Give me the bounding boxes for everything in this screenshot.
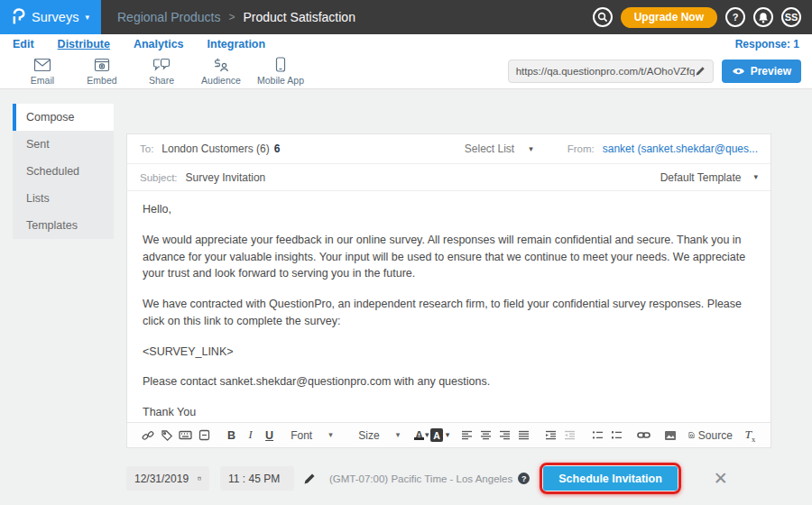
- breadcrumb: Regional Products > Product Satisfaction: [117, 10, 355, 24]
- numbered-list-button[interactable]: [607, 426, 626, 445]
- tab-distribute[interactable]: Distribute: [58, 38, 110, 50]
- justify-icon: [518, 430, 530, 440]
- pencil-icon: [303, 473, 316, 485]
- compose-card: To: London Customers (6) 6 Select List ▾…: [126, 133, 771, 448]
- chain-link-icon: [142, 429, 154, 442]
- survey-url-field[interactable]: https://qa.questionpro.com/t/AOhoVZfqml: [508, 60, 714, 83]
- align-left-button[interactable]: [457, 426, 476, 445]
- preview-button[interactable]: Preview: [722, 60, 801, 83]
- schedule-controls: 12/31/2019 11 : 45 PM (GMT-07:00) Pacifi…: [126, 463, 728, 494]
- distribute-item-label: Share: [149, 75, 174, 86]
- insert-field-button[interactable]: [176, 426, 195, 445]
- tab-analytics[interactable]: Analytics: [134, 38, 184, 50]
- upgrade-now-button[interactable]: Upgrade Now: [621, 7, 717, 28]
- from-sender-link[interactable]: sanket (sanket.shekdar@ques...: [603, 142, 758, 155]
- background-color-icon: A: [430, 428, 442, 442]
- font-select-label: Font: [291, 429, 312, 442]
- survey-nav-tabs: Edit Distribute Analytics Integration Re…: [0, 34, 812, 54]
- text-color-icon: A: [413, 429, 425, 442]
- font-family-select[interactable]: Font ▾: [287, 429, 346, 442]
- sidebar-item-compose[interactable]: Compose: [13, 104, 114, 131]
- to-recipient-count[interactable]: 6: [274, 142, 281, 155]
- select-list-dropdown[interactable]: Select List ▾: [465, 142, 533, 155]
- distribute-item-label: Email: [31, 75, 54, 86]
- align-left-icon: [461, 430, 473, 440]
- source-document-icon: [688, 429, 695, 441]
- font-size-select[interactable]: Size ▾: [355, 429, 403, 442]
- user-avatar[interactable]: SS: [781, 7, 801, 27]
- underline-button[interactable]: U: [260, 426, 279, 445]
- remove-format-button[interactable]: Tx: [741, 426, 760, 445]
- schedule-time-picker[interactable]: 11 : 45 PM: [220, 466, 294, 491]
- help-button[interactable]: ?: [725, 7, 745, 27]
- merge-tag-button[interactable]: [157, 426, 176, 445]
- mobile-app-icon: [275, 57, 286, 72]
- insert-survey-link-button[interactable]: [138, 426, 157, 445]
- schedule-invitation-button[interactable]: Schedule Invitation: [543, 466, 678, 491]
- timezone-help-button[interactable]: ?: [518, 473, 530, 484]
- to-recipient-list[interactable]: London Customers (6): [161, 142, 269, 155]
- text-color-button[interactable]: A ▾: [411, 426, 430, 445]
- source-button[interactable]: Source: [688, 426, 733, 445]
- align-right-icon: [499, 430, 511, 440]
- align-center-icon: [480, 430, 492, 440]
- search-button[interactable]: [593, 7, 613, 27]
- questionpro-logo-icon: [12, 8, 25, 26]
- decrease-indent-button[interactable]: [560, 426, 579, 445]
- bold-button[interactable]: B: [222, 426, 241, 445]
- link-icon: [637, 431, 651, 439]
- sidebar-item-sent[interactable]: Sent: [13, 131, 114, 158]
- increase-indent-button[interactable]: [541, 426, 560, 445]
- distribute-audience-button[interactable]: Audience: [191, 58, 251, 86]
- background-color-button[interactable]: A ▾: [430, 426, 449, 445]
- align-center-button[interactable]: [476, 426, 495, 445]
- chevron-down-icon: ▾: [446, 431, 450, 439]
- image-icon: [664, 430, 677, 441]
- notifications-button[interactable]: [753, 7, 773, 27]
- close-icon: ✕: [714, 469, 728, 488]
- distribute-share-button[interactable]: Share: [132, 58, 191, 86]
- editor-format-toolbar: B I U Font ▾ Size ▾ A ▾ A ▾: [127, 422, 770, 447]
- italic-button[interactable]: I: [241, 426, 260, 445]
- bulleted-list-icon: [592, 430, 604, 440]
- top-header: Surveys ▾ Regional Products > Product Sa…: [0, 0, 812, 34]
- template-label: Default Template: [660, 171, 742, 184]
- bulleted-list-button[interactable]: [588, 426, 607, 445]
- questionpro-app: Surveys ▾ Regional Products > Product Sa…: [0, 0, 812, 505]
- edit-time-button[interactable]: [303, 473, 316, 485]
- email-icon: [33, 58, 51, 72]
- sidebar-item-templates[interactable]: Templates: [13, 212, 114, 239]
- body-paragraph: Thank You: [143, 404, 755, 421]
- template-dropdown[interactable]: Default Template ▾: [660, 171, 758, 184]
- subject-input[interactable]: Survey Invitation: [186, 171, 266, 184]
- surveys-product-menu[interactable]: Surveys ▾: [0, 0, 101, 34]
- insert-image-button[interactable]: [661, 426, 680, 445]
- align-right-button[interactable]: [495, 426, 514, 445]
- schedule-date-picker[interactable]: 12/31/2019: [126, 466, 209, 491]
- schedule-date-value: 12/31/2019: [134, 473, 189, 485]
- justify-button[interactable]: [514, 426, 533, 445]
- select-list-label: Select List: [465, 142, 514, 155]
- audience-icon: [212, 58, 230, 72]
- insert-link-button[interactable]: [634, 426, 653, 445]
- bell-icon: [758, 12, 769, 23]
- remove-format-icon: Tx: [745, 427, 756, 444]
- header-actions: Upgrade Now ? SS: [593, 7, 812, 28]
- breadcrumb-survey-link[interactable]: Regional Products: [117, 10, 220, 24]
- body-paragraph: Please contact sanket.shekdar@questionpr…: [143, 373, 755, 390]
- edit-url-pencil-icon[interactable]: [695, 66, 706, 77]
- tab-integration[interactable]: Integration: [208, 38, 266, 50]
- breadcrumb-current-page: Product Satisfaction: [243, 10, 355, 24]
- distribute-embed-button[interactable]: Embed: [72, 58, 132, 86]
- distribute-email-button[interactable]: Email: [13, 58, 72, 86]
- embed-icon: [94, 58, 110, 72]
- chevron-down-icon: ▾: [85, 14, 89, 22]
- tab-edit[interactable]: Edit: [13, 38, 34, 50]
- distribute-mobile-app-button[interactable]: Mobile App: [251, 57, 310, 86]
- sidebar-item-lists[interactable]: Lists: [13, 185, 114, 212]
- insert-button-button[interactable]: [195, 426, 214, 445]
- close-schedule-button[interactable]: ✕: [714, 470, 728, 487]
- email-body-editor[interactable]: Hello, We would appreciate your feedback…: [127, 191, 770, 423]
- response-count-link[interactable]: Response: 1: [735, 38, 799, 50]
- sidebar-item-scheduled[interactable]: Scheduled: [13, 158, 114, 185]
